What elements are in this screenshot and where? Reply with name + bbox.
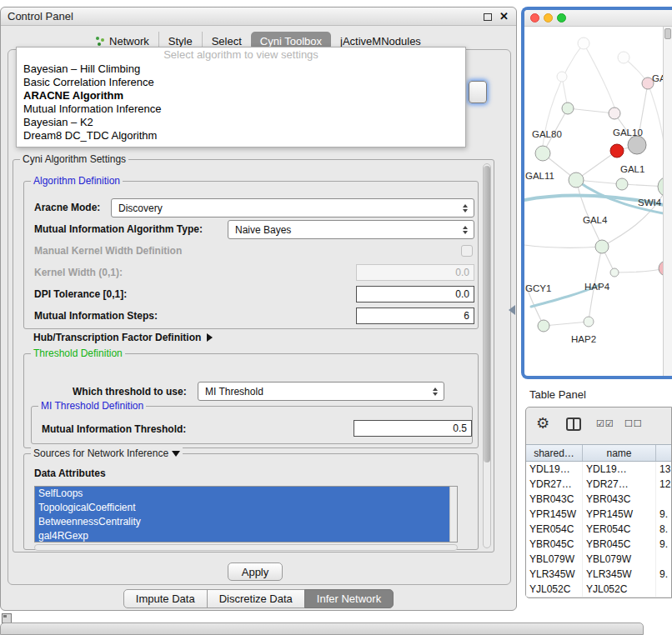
network-node[interactable]: [616, 178, 628, 190]
which-threshold-select[interactable]: MI Threshold: [198, 382, 444, 401]
checked-boxes-icon[interactable]: ☑☑: [596, 418, 614, 429]
table-body: YDL19…YDL19…13YDR27…YDR27…12YBR043CYBR04…: [526, 462, 671, 597]
network-node[interactable]: [595, 240, 609, 253]
table-cell: YBR043C: [526, 492, 583, 507]
network-node[interactable]: [557, 72, 567, 82]
unchecked-boxes-icon[interactable]: ☐☐: [624, 418, 643, 429]
network-icon: [96, 37, 105, 46]
network-node[interactable]: [584, 317, 594, 327]
network-node[interactable]: [628, 136, 646, 154]
algorithm-option-bayesian-hill-climbing[interactable]: Bayesian – Hill Climbing: [17, 62, 465, 76]
network-scrollbar[interactable]: [663, 27, 672, 376]
algorithm-options: Bayesian – Hill ClimbingBasic Correlatio…: [17, 62, 465, 142]
sources-group-title[interactable]: Sources for Network Inference: [31, 448, 183, 459]
minimize-traffic-light-icon[interactable]: [544, 13, 553, 22]
hub-definition-toggle[interactable]: Hub/Transcription Factor Definition: [33, 332, 213, 343]
list-vertical-scrollbar[interactable]: [449, 487, 457, 542]
table-cell: YJL052C: [583, 582, 656, 597]
which-threshold-value: MI Threshold: [205, 386, 430, 398]
bottom-tab-infer-network[interactable]: Infer Network: [304, 589, 394, 608]
column-header[interactable]: name: [583, 445, 656, 461]
table-cell: YPR145W: [583, 507, 656, 522]
algorithm-option-mutual-information-inference[interactable]: Mutual Information Inference: [17, 102, 465, 116]
network-node[interactable]: [569, 172, 584, 188]
table-row[interactable]: YBR045CYBR045C9.: [526, 537, 671, 552]
table-row[interactable]: YBL079WYBL079W: [526, 552, 671, 567]
network-window-titlebar[interactable]: [524, 10, 672, 27]
close-traffic-light-icon[interactable]: [530, 13, 539, 22]
scrollbar-thumb[interactable]: [484, 166, 490, 462]
collapse-down-icon: [172, 451, 180, 457]
data-attribute-item[interactable]: SelfLoops: [35, 487, 449, 501]
list-horizontal-scrollbar[interactable]: [34, 544, 458, 551]
combo-arrows-icon: [430, 388, 439, 396]
close-window-icon[interactable]: ✕: [499, 8, 509, 26]
mi-type-value: Naive Bayes: [235, 224, 460, 236]
algorithm-option-bayesian-k2[interactable]: Bayesian – K2: [17, 116, 465, 129]
aracne-mode-select[interactable]: Discovery: [111, 198, 474, 218]
table-cell: [656, 582, 672, 597]
window-title: Control Panel: [8, 8, 73, 26]
scrollbar-thumb[interactable]: [664, 28, 671, 39]
gear-icon[interactable]: ⚙: [536, 414, 549, 432]
kernel-width-label: Kernel Width (0,1):: [34, 267, 123, 278]
bottom-tab-impute-data[interactable]: Impute Data: [123, 589, 208, 608]
kernel-width-field[interactable]: 0.0: [356, 264, 474, 281]
mi-threshold-field[interactable]: 0.5: [354, 420, 472, 437]
table-row[interactable]: YPR145WYPR145W9.: [526, 507, 671, 522]
node-label: GAL80: [532, 129, 562, 139]
dropdown-placeholder: Select algorithm to view settings: [17, 48, 465, 62]
table-row[interactable]: YDR27…YDR27…12: [526, 477, 671, 492]
network-view-window: GAL8GAL80GAL10GAL11GAL1SWI4GAL4GCY1HAP4H…: [521, 7, 672, 379]
table-row[interactable]: YBR043CYBR043C: [526, 492, 671, 507]
algorithm-option-dream8-dc-tdc-algorithm[interactable]: Dream8 DC_TDC Algorithm: [17, 129, 465, 142]
table-cell: YBL079W: [526, 552, 583, 567]
manual-kernel-checkbox[interactable]: [461, 245, 473, 257]
algorithm-definition-group: Algorithm Definition Aracne Mode: Discov…: [23, 181, 479, 329]
network-node[interactable]: [562, 102, 574, 114]
column-header[interactable]: shared…: [526, 445, 583, 461]
network-node[interactable]: [578, 38, 589, 49]
network-node[interactable]: [609, 108, 620, 119]
network-edge: [576, 180, 602, 247]
algorithm-option-basic-correlation-inference[interactable]: Basic Correlation Inference: [17, 76, 465, 89]
network-edge: [524, 245, 602, 248]
table-cell: YDL19…: [526, 462, 583, 477]
apply-button[interactable]: Apply: [228, 562, 283, 581]
apply-label: Apply: [242, 566, 269, 578]
table-row[interactable]: YLR345WYLR345W9.: [526, 567, 671, 582]
data-attribute-item[interactable]: BetweennessCentrality: [35, 515, 449, 529]
network-graph[interactable]: GAL8GAL80GAL10GAL11GAL1SWI4GAL4GCY1HAP4H…: [524, 10, 672, 376]
threshold-definition-title: Threshold Definition: [31, 348, 125, 359]
dpi-tolerance-label: DPI Tolerance [0,1]:: [34, 288, 127, 300]
mi-steps-field[interactable]: 6: [356, 308, 474, 324]
table-row[interactable]: YER054CYER054C8.: [526, 522, 671, 537]
column-header[interactable]: [656, 445, 672, 461]
network-node[interactable]: [538, 320, 549, 332]
dpi-tolerance-field[interactable]: 0.0: [356, 286, 474, 302]
zoom-traffic-light-icon[interactable]: [557, 13, 566, 22]
bottom-tab-discretize-data[interactable]: Discretize Data: [207, 589, 305, 608]
mi-threshold-group-title: MI Threshold Definition: [38, 400, 146, 412]
network-node[interactable]: [535, 146, 550, 161]
splitter-collapse-arrow-icon[interactable]: [509, 305, 515, 315]
focused-small-button[interactable]: [469, 81, 487, 103]
mi-type-label: Mutual Information Algorithm Type:: [34, 223, 203, 235]
data-attributes-list[interactable]: SelfLoopsTopologicalCoefficientBetweenne…: [34, 486, 458, 542]
network-node[interactable]: [618, 52, 629, 63]
data-attribute-item[interactable]: gal4RGexp: [35, 529, 449, 542]
table-row[interactable]: YJL052CYJL052C: [526, 582, 671, 597]
network-node[interactable]: [610, 268, 619, 277]
columns-icon[interactable]: [566, 418, 581, 431]
mi-type-select[interactable]: Naive Bayes: [228, 220, 474, 239]
float-window-icon[interactable]: [484, 13, 492, 21]
control-panel-window: Control Panel ✕ NetworkStyleSelectCyni T…: [0, 7, 517, 611]
mi-threshold-label: Mutual Information Threshold:: [42, 423, 186, 435]
bottom-panel-bar[interactable]: [0, 622, 644, 635]
control-panel-titlebar[interactable]: Control Panel ✕: [1, 8, 516, 26]
data-attribute-item[interactable]: TopologicalCoefficient: [35, 501, 449, 515]
settings-scrollbar[interactable]: [483, 163, 491, 548]
table-row[interactable]: YDL19…YDL19…13: [526, 462, 671, 477]
algorithm-option-aracne-algorithm[interactable]: ARACNE Algorithm: [17, 89, 465, 102]
network-node[interactable]: [610, 144, 624, 158]
